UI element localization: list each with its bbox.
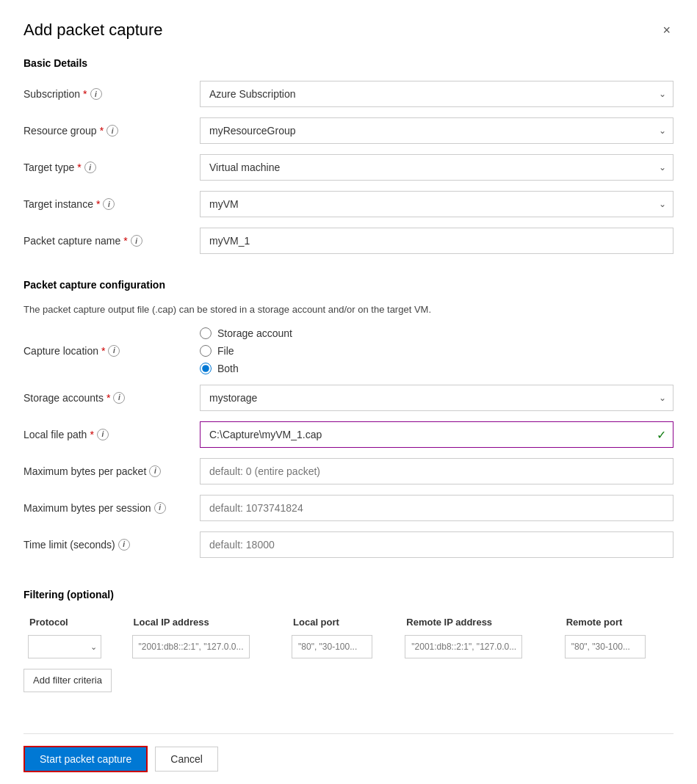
filter-table: Protocol Local IP address Local port Rem… <box>24 612 673 661</box>
capture-name-info-icon[interactable]: i <box>131 235 142 247</box>
subscription-control: Azure Subscription ⌄ <box>200 81 673 107</box>
filter-protocol-select[interactable]: TCP UDP <box>28 635 101 658</box>
max-bytes-packet-input[interactable] <box>200 458 673 484</box>
filter-remote-ip-cell <box>400 632 560 661</box>
target-type-control: Virtual machine ⌄ <box>200 154 673 181</box>
basic-details-title: Basic Details <box>24 57 673 69</box>
local-file-path-control: ✓ <box>200 421 673 448</box>
target-instance-select-wrapper: myVM ⌄ <box>200 191 673 217</box>
target-instance-select[interactable]: myVM <box>200 191 673 217</box>
capture-name-control <box>200 228 673 254</box>
local-file-path-row: Local file path * i ✓ <box>24 421 673 448</box>
basic-details-section: Basic Details Subscription * i Azure Sub… <box>24 57 673 264</box>
packet-config-description: The packet capture output file (.cap) ca… <box>24 302 673 317</box>
subscription-select[interactable]: Azure Subscription <box>200 81 673 107</box>
filter-local-ip-cell <box>128 632 287 661</box>
radio-file-input[interactable] <box>200 345 212 357</box>
max-bytes-session-label: Maximum bytes per session i <box>24 502 200 514</box>
local-file-path-info-icon[interactable]: i <box>97 429 109 440</box>
packet-config-title: Packet capture configuration <box>24 279 673 291</box>
col-header-local-port: Local port <box>287 612 400 632</box>
local-file-path-input[interactable] <box>200 421 673 448</box>
filtering-section: Filtering (optional) Protocol Local IP a… <box>24 589 673 692</box>
time-limit-info-icon[interactable]: i <box>118 539 130 551</box>
radio-both[interactable]: Both <box>200 363 673 374</box>
max-bytes-packet-info-icon[interactable]: i <box>149 465 161 477</box>
storage-accounts-info-icon[interactable]: i <box>113 392 125 404</box>
local-file-path-input-wrapper: ✓ <box>200 421 673 448</box>
target-type-select[interactable]: Virtual machine <box>200 154 673 181</box>
target-type-row: Target type * i Virtual machine ⌄ <box>24 154 673 181</box>
radio-storage-account[interactable]: Storage account <box>200 327 673 339</box>
col-header-local-ip: Local IP address <box>128 612 287 632</box>
col-header-protocol: Protocol <box>24 612 128 632</box>
max-bytes-session-input[interactable] <box>200 495 673 521</box>
col-header-remote-port: Remote port <box>560 612 673 632</box>
target-type-label: Target type * i <box>24 161 200 173</box>
resource-group-info-icon[interactable]: i <box>106 125 118 137</box>
radio-storage-account-input[interactable] <box>200 327 212 339</box>
max-bytes-session-row: Maximum bytes per session i <box>24 495 673 521</box>
subscription-required: * <box>83 88 87 100</box>
radio-both-input[interactable] <box>200 363 212 374</box>
target-instance-info-icon[interactable]: i <box>103 198 115 210</box>
subscription-info-icon[interactable]: i <box>90 88 102 100</box>
capture-location-row: Capture location * i Storage account Fil… <box>24 327 673 374</box>
add-packet-capture-dialog: Add packet capture × Basic Details Subsc… <box>0 0 697 784</box>
filter-remote-ip-input[interactable] <box>405 635 522 658</box>
capture-location-radio-group: Storage account File Both <box>200 327 673 374</box>
subscription-row: Subscription * i Azure Subscription ⌄ <box>24 81 673 107</box>
target-instance-label: Target instance * i <box>24 198 200 210</box>
max-bytes-packet-label: Maximum bytes per packet i <box>24 465 200 477</box>
target-type-required: * <box>77 161 81 173</box>
cancel-button[interactable]: Cancel <box>155 747 218 772</box>
capture-name-label: Packet capture name * i <box>24 235 200 247</box>
add-filter-button[interactable]: Add filter criteria <box>24 669 112 692</box>
time-limit-control <box>200 531 673 558</box>
filter-table-row: TCP UDP ⌄ <box>24 632 673 661</box>
resource-group-row: Resource group * i myResourceGroup ⌄ <box>24 117 673 144</box>
resource-group-label: Resource group * i <box>24 125 200 137</box>
filter-table-header-row: Protocol Local IP address Local port Rem… <box>24 612 673 632</box>
subscription-label: Subscription * i <box>24 88 200 100</box>
target-type-select-wrapper: Virtual machine ⌄ <box>200 154 673 181</box>
storage-accounts-select[interactable]: mystorage <box>200 385 673 411</box>
target-instance-control: myVM ⌄ <box>200 191 673 217</box>
time-limit-input[interactable] <box>200 531 673 558</box>
capture-location-info-icon[interactable]: i <box>108 345 120 357</box>
close-button[interactable]: × <box>660 21 673 40</box>
radio-file[interactable]: File <box>200 345 673 357</box>
resource-group-control: myResourceGroup ⌄ <box>200 117 673 144</box>
storage-accounts-label: Storage accounts * i <box>24 392 200 404</box>
max-bytes-packet-row: Maximum bytes per packet i <box>24 458 673 484</box>
packet-config-section: Packet capture configuration The packet … <box>24 279 673 568</box>
capture-location-required: * <box>101 345 105 357</box>
filter-local-port-cell <box>287 632 400 661</box>
storage-accounts-required: * <box>106 392 110 404</box>
filter-local-ip-input[interactable] <box>132 635 250 658</box>
target-type-info-icon[interactable]: i <box>84 161 96 173</box>
subscription-select-wrapper: Azure Subscription ⌄ <box>200 81 673 107</box>
dialog-header: Add packet capture × <box>24 21 673 40</box>
target-instance-row: Target instance * i myVM ⌄ <box>24 191 673 217</box>
col-header-remote-ip: Remote IP address <box>400 612 560 632</box>
resource-group-select-wrapper: myResourceGroup ⌄ <box>200 117 673 144</box>
filter-remote-port-input[interactable] <box>565 635 646 658</box>
capture-name-required: * <box>123 235 127 247</box>
max-bytes-session-control <box>200 495 673 521</box>
filter-local-port-input[interactable] <box>292 635 372 658</box>
max-bytes-packet-control <box>200 458 673 484</box>
capture-location-control: Storage account File Both <box>200 327 673 374</box>
local-file-path-check-icon: ✓ <box>657 427 666 441</box>
time-limit-row: Time limit (seconds) i <box>24 531 673 558</box>
storage-accounts-select-wrapper: mystorage ⌄ <box>200 385 673 411</box>
capture-name-input[interactable] <box>200 228 673 254</box>
resource-group-select[interactable]: myResourceGroup <box>200 117 673 144</box>
filter-protocol-select-wrapper: TCP UDP ⌄ <box>28 635 101 658</box>
start-packet-capture-button[interactable]: Start packet capture <box>24 746 148 772</box>
storage-accounts-control: mystorage ⌄ <box>200 385 673 411</box>
max-bytes-session-info-icon[interactable]: i <box>154 502 166 514</box>
local-file-path-label: Local file path * i <box>24 429 200 440</box>
filter-remote-port-cell <box>560 632 673 661</box>
dialog-title: Add packet capture <box>24 21 163 40</box>
